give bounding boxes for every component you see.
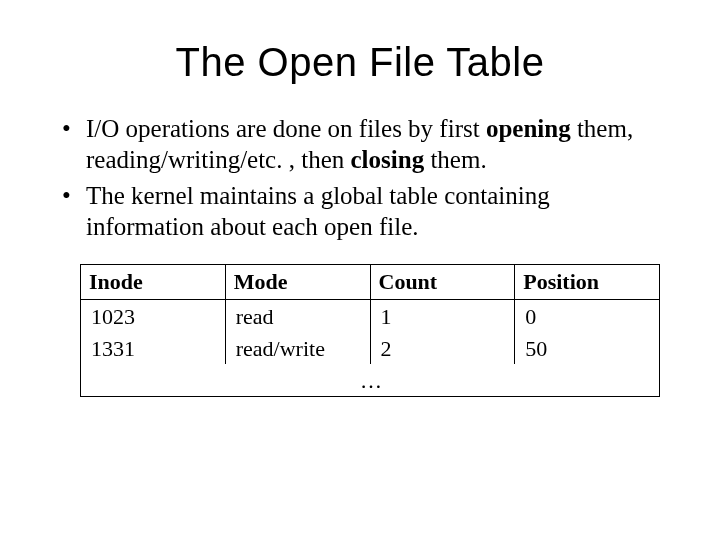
bullet-item: I/O operations are done on files by firs…	[60, 113, 660, 176]
slide: The Open File Table I/O operations are d…	[0, 0, 720, 540]
col-count: Count	[370, 265, 515, 300]
col-position: Position	[515, 265, 660, 300]
col-mode: Mode	[225, 265, 370, 300]
cell-count: 1	[370, 300, 515, 333]
cell-inode: 1331	[81, 332, 226, 364]
table-header-row: Inode Mode Count Position	[81, 265, 660, 300]
table-ellipsis-row: …	[81, 364, 660, 397]
slide-title: The Open File Table	[60, 40, 660, 85]
cell-position: 0	[515, 300, 660, 333]
bullet-strong-opening: opening	[486, 115, 571, 142]
cell-mode: read/write	[225, 332, 370, 364]
bullet-text: I/O operations are done on files by firs…	[86, 115, 486, 142]
table-row: 1331 read/write 2 50	[81, 332, 660, 364]
open-file-table: Inode Mode Count Position 1023 read 1 0 …	[80, 264, 660, 397]
bullet-strong-closing: closing	[351, 146, 425, 173]
bullet-text: them.	[424, 146, 487, 173]
cell-position: 50	[515, 332, 660, 364]
bullet-item: The kernel maintains a global table cont…	[60, 180, 660, 243]
bullet-text: The kernel maintains a global table cont…	[86, 182, 550, 240]
cell-count: 2	[370, 332, 515, 364]
cell-mode: read	[225, 300, 370, 333]
cell-inode: 1023	[81, 300, 226, 333]
table-row: 1023 read 1 0	[81, 300, 660, 333]
col-inode: Inode	[81, 265, 226, 300]
bullet-list: I/O operations are done on files by firs…	[60, 113, 660, 242]
table-ellipsis: …	[81, 364, 660, 397]
